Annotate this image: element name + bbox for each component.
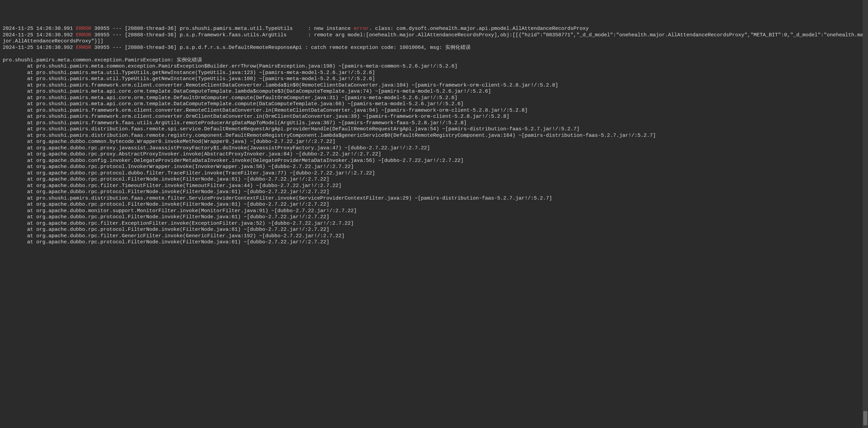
log-segment: at pro.shushi.pamirs.meta.api.core.orm.t… [3, 101, 463, 107]
log-segment: at org.apache.dubbo.rpc.filter.GenericFi… [3, 233, 344, 239]
log-segment: at org.apache.dubbo.rpc.protocol.FilterN… [3, 189, 329, 195]
log-segment: ERROR [76, 26, 91, 32]
log-segment: at org.apache.dubbo.common.bytecode.Wrap… [3, 139, 335, 145]
log-segment: at pro.shushi.pamirs.distribution.faas.r… [3, 196, 552, 201]
log-segment: 30955 --- [20888-thread-36] p.s.p.d.f.r.… [91, 45, 471, 51]
log-segment: . class: com.dysoft.onehealth.major.api.… [369, 26, 589, 32]
log-segment: ERROR [76, 32, 91, 38]
log-segment: 2024-11-25 14:26:30.992 [3, 45, 76, 51]
log-segment: at org.apache.dubbo.rpc.protocol.FilterN… [3, 227, 329, 232]
log-segment: error [354, 26, 369, 32]
log-segment: at pro.shushi.pamirs.meta.util.TypeUtils… [3, 76, 375, 82]
log-segment: at pro.shushi.pamirs.framework.orm.clien… [3, 114, 509, 119]
log-segment: at org.apache.dubbo.rpc.protocol.Invoker… [3, 164, 354, 170]
log-segment: 30955 --- [20888-thread-36] p.s.p.framew… [3, 32, 863, 44]
log-segment: at org.apache.dubbo.rpc.protocol.FilterN… [3, 214, 329, 220]
log-segment: pro.shushi.pamirs.meta.common.exception.… [3, 57, 202, 63]
log-segment: at pro.shushi.pamirs.framework.faas.util… [3, 120, 467, 126]
log-segment: at org.apache.dubbo.monitor.support.Moni… [3, 208, 357, 214]
log-segment: at org.apache.dubbo.rpc.proxy.javassist.… [3, 145, 430, 151]
log-segment: at org.apache.dubbo.rpc.filter.Exception… [3, 221, 354, 226]
log-segment: 2024-11-25 14:26:30.991 [3, 26, 76, 32]
log-output[interactable]: 2024-11-25 14:26:30.991 ERROR 30955 --- … [3, 26, 865, 246]
log-segment: at pro.shushi.pamirs.meta.api.core.orm.t… [3, 95, 457, 101]
log-segment: at org.apache.dubbo.rpc.protocol.FilterN… [3, 239, 329, 245]
log-segment: at org.apache.dubbo.rpc.protocol.dubbo.f… [3, 170, 375, 176]
log-segment: at org.apache.dubbo.config.invoker.Deleg… [3, 158, 463, 164]
log-segment: at org.apache.dubbo.rpc.filter.TimeoutFi… [3, 183, 341, 189]
log-segment: at org.apache.dubbo.rpc.proxy.AbstractPr… [3, 151, 381, 157]
scrollbar-thumb[interactable] [863, 411, 867, 425]
log-segment: at pro.shushi.pamirs.framework.orm.clien… [3, 82, 558, 88]
log-segment: 2024-11-25 14:26:30.992 [3, 32, 76, 38]
log-segment: at org.apache.dubbo.rpc.protocol.FilterN… [3, 176, 329, 182]
vertical-scrollbar[interactable] [863, 0, 868, 428]
log-segment: at pro.shushi.pamirs.meta.common.excepti… [3, 63, 457, 69]
log-segment: at pro.shushi.pamirs.meta.api.core.orm.t… [3, 89, 491, 94]
log-segment: at org.apache.dubbo.rpc.protocol.FilterN… [3, 202, 329, 207]
log-segment: at pro.shushi.pamirs.distribution.faas.r… [3, 133, 656, 138]
log-segment: 30955 --- [20888-thread-36] pro.shushi.p… [91, 26, 354, 32]
log-segment: at pro.shushi.pamirs.distribution.faas.r… [3, 126, 579, 132]
log-segment: at pro.shushi.pamirs.framework.orm.clien… [3, 108, 528, 113]
log-segment: ERROR [76, 45, 91, 51]
log-segment: at pro.shushi.pamirs.meta.util.TypeUtils… [3, 70, 375, 76]
